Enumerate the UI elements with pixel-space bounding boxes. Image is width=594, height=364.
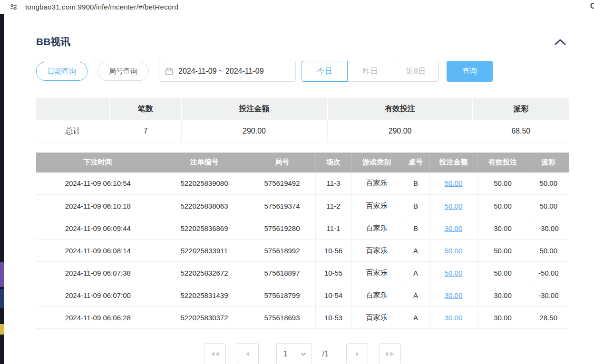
bet-time-cell: 2024-11-09 06:10:54: [36, 172, 160, 195]
table-row: 2024-11-09 06:10:54522025839080575619492…: [36, 172, 569, 195]
session-cell: 10-55: [315, 262, 351, 284]
bet-table-body: 2024-11-09 06:10:54522025839080575619492…: [36, 172, 569, 329]
game-type-cell: 百家乐: [351, 262, 402, 284]
page-select-value: 1: [283, 350, 288, 358]
bet-amount-cell: 30.00: [429, 307, 477, 329]
last-8-days-button[interactable]: 近8日: [393, 61, 439, 82]
page-title: BB视讯: [36, 35, 70, 48]
summary-total-label: 总计: [36, 120, 110, 143]
bet-time-cell: 2024-11-09 06:07:00: [36, 284, 160, 307]
bet-amount-cell: 50.00: [429, 262, 477, 284]
summary-header-bet-amount: 投注金额: [181, 98, 327, 120]
search-button[interactable]: 查询: [447, 61, 493, 82]
bet-amount-link[interactable]: 30.00: [445, 224, 463, 232]
prev-page-icon: [244, 351, 251, 357]
first-page-button[interactable]: [204, 343, 226, 364]
page-select[interactable]: 1: [276, 343, 312, 364]
header-payout: 派彩: [528, 153, 569, 172]
payout-cell: 50.00: [528, 172, 569, 195]
date-range-input[interactable]: 2024-11-09 ~ 2024-11-09: [159, 61, 296, 82]
bet-record-table: 下注时间 注单编号 局号 场次 游戏类别 桌号 投注金额 有效投注 派彩 202…: [36, 153, 569, 329]
valid-bet-cell: 50.00: [477, 262, 528, 284]
header-round-id: 局号: [249, 153, 315, 172]
payout-cell: -30.00: [528, 217, 569, 239]
site-settings-icon[interactable]: [10, 3, 18, 11]
bet-amount-cell: 50.00: [429, 172, 477, 195]
bet-amount-cell: 50.00: [429, 239, 477, 262]
valid-bet-cell: 30.00: [477, 284, 528, 307]
prev-page-button[interactable]: [237, 343, 259, 364]
round-id-cell: 575619492: [249, 172, 315, 195]
valid-bet-cell: 30.00: [477, 307, 528, 329]
header-bet-time: 下注时间: [36, 153, 160, 172]
url-text[interactable]: tongbao31.com:9900/infe/mcenter/#/betRec…: [25, 3, 178, 11]
date-query-tab[interactable]: 日期查询: [36, 62, 88, 81]
table-id-cell: A: [402, 262, 429, 284]
collapse-button[interactable]: [552, 37, 569, 47]
bet-amount-link[interactable]: 30.00: [445, 314, 463, 322]
valid-bet-cell: 50.00: [477, 172, 528, 195]
round-id-cell: 575618992: [249, 239, 315, 262]
round-id-cell: 575618897: [249, 262, 315, 284]
game-type-cell: 百家乐: [351, 239, 402, 262]
valid-bet-cell: 50.00: [477, 195, 528, 217]
yesterday-button[interactable]: 昨日: [347, 61, 393, 82]
bet-amount-cell: 50.00: [429, 195, 477, 217]
game-type-cell: 百家乐: [351, 195, 402, 217]
order-id-cell: 522025839080: [160, 172, 249, 195]
game-type-cell: 百家乐: [351, 284, 402, 307]
bet-amount-link[interactable]: 50.00: [445, 269, 463, 277]
session-cell: 11-3: [315, 172, 351, 195]
page-total-label: /1: [322, 350, 329, 358]
order-id-cell: 522025830372: [160, 307, 249, 329]
header-game-type: 游戏类别: [351, 153, 402, 172]
table-row: 2024-11-09 06:10:18522025838063575619374…: [36, 195, 569, 217]
payout-cell: 50.00: [528, 239, 569, 262]
header-order-id: 注单编号: [160, 153, 249, 172]
session-cell: 11-2: [315, 195, 351, 217]
summary-total-valid-bet: 290.00: [327, 120, 473, 143]
bet-amount-link[interactable]: 50.00: [445, 247, 463, 255]
last-page-button[interactable]: [379, 343, 401, 364]
summary-header-payout: 派彩: [473, 98, 569, 120]
table-row: 2024-11-09 06:07:38522025832672575618897…: [36, 262, 569, 284]
bet-amount-cell: 30.00: [429, 217, 477, 239]
bet-amount-link[interactable]: 50.00: [445, 202, 463, 210]
date-range-value: 2024-11-09 ~ 2024-11-09: [178, 67, 264, 76]
next-page-icon: [354, 351, 360, 357]
bet-time-cell: 2024-11-09 06:07:38: [36, 262, 160, 284]
table-id-cell: A: [402, 307, 429, 329]
summary-header-row: 笔数 投注金额 有效投注 派彩: [36, 98, 569, 120]
bet-amount-link[interactable]: 30.00: [445, 291, 463, 299]
round-query-tab[interactable]: 局号查询: [97, 62, 149, 81]
bet-amount-link[interactable]: 50.00: [445, 179, 463, 187]
payout-cell: 28.50: [528, 307, 569, 329]
table-id-cell: B: [402, 195, 429, 217]
table-row: 2024-11-09 06:06:28522025830372575618693…: [36, 307, 569, 329]
table-row: 2024-11-09 06:08:14522025833911575618992…: [36, 239, 569, 262]
header-table-id: 桌号: [402, 153, 429, 172]
bet-record-page: BB视讯 日期查询 局号查询: [0, 14, 594, 364]
summary-total-count: 7: [110, 120, 181, 143]
browser-address-bar[interactable]: tongbao31.com:9900/infe/mcenter/#/betRec…: [0, 0, 594, 14]
table-id-cell: B: [402, 172, 429, 195]
order-id-cell: 522025838063: [160, 195, 249, 217]
round-id-cell: 575619374: [249, 195, 315, 217]
bet-time-cell: 2024-11-09 06:10:18: [36, 195, 160, 217]
table-row: 2024-11-09 06:09:44522025836869575619280…: [36, 217, 569, 239]
bet-time-cell: 2024-11-09 06:08:14: [36, 239, 160, 262]
quick-range-group: 今日 昨日 近8日: [302, 61, 439, 82]
next-page-button[interactable]: [346, 343, 368, 364]
payout-cell: -50.00: [528, 262, 569, 284]
table-row: 2024-11-09 06:07:00522025831439575618799…: [36, 284, 569, 307]
summary-total-row: 总计 7 290.00 290.00 68.50: [36, 120, 569, 143]
bet-table-header-row: 下注时间 注单编号 局号 场次 游戏类别 桌号 投注金额 有效投注 派彩: [36, 153, 569, 172]
summary-table: 笔数 投注金额 有效投注 派彩 总计 7 290.00 290.00 68.50: [36, 98, 569, 143]
table-id-cell: B: [402, 217, 429, 239]
bet-time-cell: 2024-11-09 06:09:44: [36, 217, 160, 239]
session-cell: 10-53: [315, 307, 351, 329]
background-edge-patch: [0, 324, 4, 335]
today-button[interactable]: 今日: [302, 61, 348, 82]
table-id-cell: A: [402, 284, 429, 307]
session-cell: 11-1: [315, 217, 351, 239]
